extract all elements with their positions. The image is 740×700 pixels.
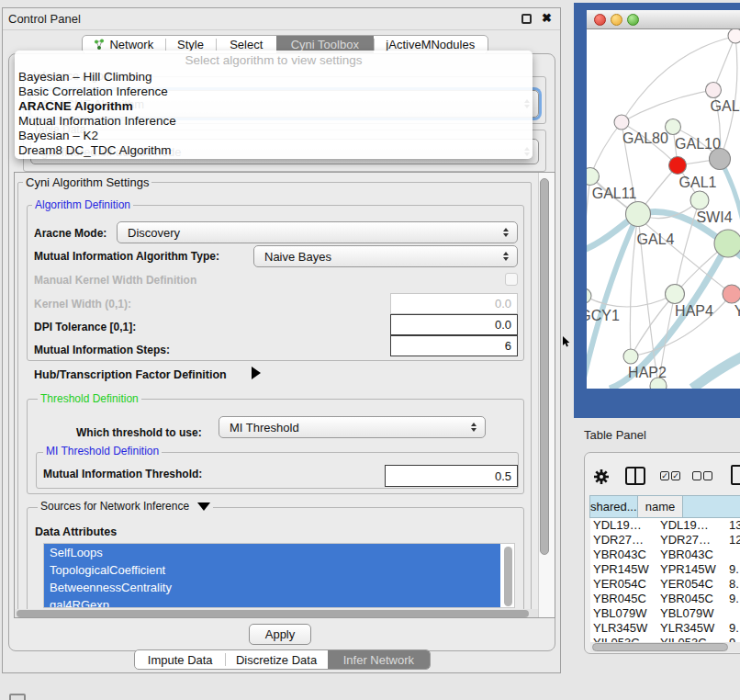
manual-kernel-checkbox[interactable] <box>505 273 518 286</box>
mi-type-label: Mutual Information Algorithm Type: <box>34 250 219 263</box>
column-header[interactable] <box>682 495 740 518</box>
table-row[interactable]: YBL079WYBL079W <box>590 606 740 621</box>
node-label: Y <box>734 303 740 319</box>
table-body: YDL19…YDL19…13YDR27…YDR27…12YBR043CYBR04… <box>590 518 740 642</box>
hide-columns-icon[interactable] <box>692 471 712 480</box>
aracne-mode-combo[interactable]: Discovery <box>117 221 518 243</box>
mi-type-combo[interactable]: Naive Bayes <box>253 245 518 267</box>
node-label: GAL8 <box>711 98 740 114</box>
table-header: shared...name <box>590 495 740 518</box>
mi-threshold-group-title: MI Threshold Definition <box>43 446 162 457</box>
combo-stepper-icon <box>503 252 509 261</box>
mi-steps-field[interactable]: 6 <box>390 335 518 356</box>
network-node[interactable] <box>723 285 740 303</box>
algorithm-option[interactable]: Mutual Information Inference <box>15 114 533 129</box>
collapse-icon[interactable] <box>197 502 210 511</box>
algorithm-option[interactable]: Dream8 DC_TDC Algorithm <box>15 143 533 158</box>
table-row[interactable]: YDR27…YDR27…12 <box>590 533 740 548</box>
network-node[interactable] <box>666 285 685 304</box>
network-node[interactable] <box>706 83 722 98</box>
network-window: GAL8GAL80GAL10GAL1GAL11SWI4GAL4GCY1HAP4Y… <box>574 3 740 418</box>
node-label: GCY1 <box>587 308 620 323</box>
table-row[interactable]: YBR043CYBR043C <box>590 548 740 562</box>
hub-definition-label[interactable]: Hub/Transcription Factor Definition <box>34 368 227 381</box>
table-panel-title: Table Panel <box>584 428 646 442</box>
network-node[interactable] <box>714 230 740 257</box>
table-row[interactable]: YBR045CYBR045C9. <box>590 592 740 606</box>
hub-expand-icon[interactable] <box>252 367 261 379</box>
screen: Control Panel ✖ NetworkStyleSelectCyni T… <box>0 0 740 700</box>
mi-threshold-field[interactable]: 0.5 <box>385 465 518 487</box>
table-row[interactable]: YLR345WYLR345W9. <box>590 621 740 636</box>
data-attribute-item[interactable]: SelfLoops <box>44 544 500 561</box>
bottom-tab-impute-data[interactable]: Impute Data <box>135 650 225 669</box>
network-node[interactable] <box>626 202 651 227</box>
settings-scroll-viewport: Cyni Algorithm Settings Algorithm Defini… <box>14 172 555 618</box>
which-threshold-combo[interactable]: MI Threshold <box>219 416 486 438</box>
dpi-tolerance-field[interactable]: 0.0 <box>390 314 518 335</box>
kernel-width-field[interactable]: 0.0 <box>390 293 518 314</box>
close-traffic-light[interactable] <box>594 14 606 26</box>
zoom-traffic-light[interactable] <box>627 14 639 26</box>
node-label: GAL4 <box>637 231 675 247</box>
table-row[interactable]: YER054CYER054C8. <box>590 577 740 592</box>
combo-stepper-icon <box>471 423 477 432</box>
network-node[interactable] <box>690 191 709 209</box>
node-label: GAL11 <box>592 186 637 201</box>
algorithm-option[interactable]: Basic Correlation Inference <box>15 85 533 99</box>
table-h-scrollbar[interactable] <box>590 642 740 652</box>
column-header[interactable]: shared... <box>589 495 638 518</box>
network-titlebar <box>587 10 740 29</box>
float-window-icon[interactable] <box>521 14 532 24</box>
gear-icon[interactable] <box>593 469 610 485</box>
aracne-mode-label: Aracne Mode: <box>34 227 107 240</box>
minimize-traffic-light[interactable] <box>611 14 622 26</box>
data-attributes-label: Data Attributes <box>35 525 117 538</box>
network-node[interactable] <box>587 168 600 186</box>
network-canvas[interactable]: GAL8GAL80GAL10GAL1GAL11SWI4GAL4GCY1HAP4Y… <box>587 29 740 389</box>
control-panel-titlebar: Control Panel ✖ <box>3 8 560 30</box>
algorithm-select-popup: Select algorithm to view settings Bayesi… <box>15 51 533 159</box>
show-columns-icon[interactable]: ✓ ✓ <box>660 471 680 480</box>
network-node[interactable] <box>623 349 638 364</box>
table-row[interactable]: YIL053CYIL053C9. <box>590 636 740 642</box>
data-attribute-item[interactable]: BetweennessCentrality <box>44 579 500 596</box>
settings-v-scrollbar[interactable] <box>538 173 555 618</box>
bottom-tabbar: Impute DataDiscretize DataInfer Network <box>134 649 431 670</box>
split-panel-icon[interactable] <box>625 467 645 485</box>
combo-stepper-icon <box>503 228 509 237</box>
network-node[interactable] <box>587 288 591 303</box>
cyni-settings-group-title: Cyni Algorithm Settings <box>23 176 151 188</box>
network-node[interactable] <box>669 157 687 175</box>
network-node[interactable] <box>614 115 629 130</box>
kernel-width-label: Kernel Width (0,1): <box>34 298 131 310</box>
data-attribute-item[interactable]: TopologicalCoefficient <box>44 561 500 579</box>
mouse-cursor <box>563 336 571 347</box>
mi-steps-label: Mutual Information Steps: <box>34 344 170 356</box>
column-header[interactable]: name <box>637 495 684 518</box>
network-node[interactable] <box>728 29 740 43</box>
close-window-icon[interactable]: ✖ <box>542 11 552 25</box>
list-scrollbar[interactable] <box>504 547 512 606</box>
dpi-tolerance-label: DPI Tolerance [0,1]: <box>34 321 136 333</box>
manual-kernel-label: Manual Kernel Width Definition <box>34 274 196 287</box>
algorithm-option[interactable]: Bayesian – K2 <box>15 129 533 143</box>
sources-group-title: Sources for Network Inference <box>38 501 213 513</box>
table-panel-titlebar: Table Panel <box>574 418 740 450</box>
apply-button[interactable]: Apply <box>249 624 311 645</box>
bottom-tab-discretize-data[interactable]: Discretize Data <box>225 650 327 669</box>
table-row[interactable]: YPR145WYPR145W9. <box>590 562 740 577</box>
settings-h-scrollbar[interactable] <box>15 609 538 618</box>
algorithm-option[interactable]: Bayesian – Hill Climbing <box>15 70 533 85</box>
bottom-tab-infer-network[interactable]: Infer Network <box>328 650 430 669</box>
restore-panel-icon[interactable] <box>9 694 26 700</box>
algorithm-option[interactable]: ARACNE Algorithm <box>15 99 533 114</box>
node-label: GAL10 <box>675 136 721 152</box>
data-attribute-item[interactable]: gal4RGexp <box>44 596 500 608</box>
export-table-icon[interactable] <box>731 465 740 485</box>
data-attributes-list[interactable]: SelfLoopsTopologicalCoefficientBetweenne… <box>43 543 515 608</box>
window-title: Control Panel <box>8 12 81 26</box>
mi-threshold-label: Mutual Information Threshold: <box>43 468 202 480</box>
table-row[interactable]: YDL19…YDL19…13 <box>590 518 740 533</box>
node-label: HAP4 <box>675 303 713 319</box>
